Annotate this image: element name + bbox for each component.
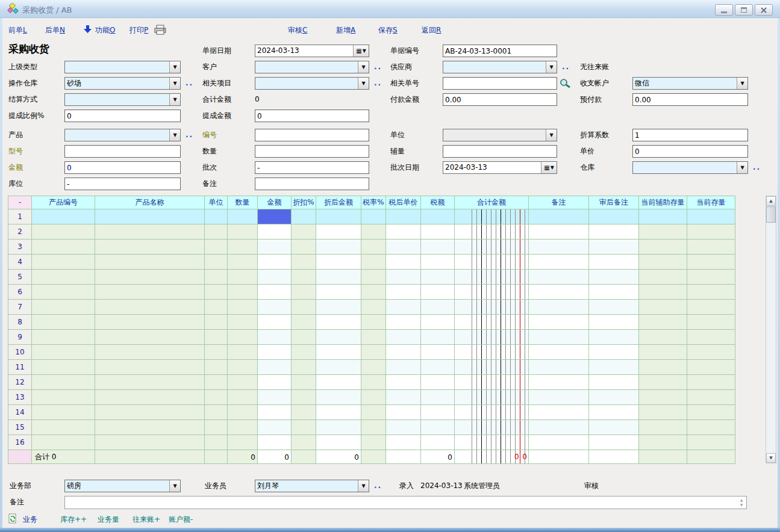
table-cell[interactable] <box>455 315 529 330</box>
table-cell[interactable] <box>32 420 95 435</box>
column-header-7[interactable]: 折后金额 <box>316 196 361 209</box>
table-cell[interactable] <box>639 315 687 330</box>
spinner-icon[interactable]: ▲▼ <box>738 498 745 507</box>
table-cell[interactable] <box>455 375 529 390</box>
table-cell[interactable] <box>228 255 258 270</box>
table-cell[interactable] <box>95 255 205 270</box>
doc-date-picker[interactable]: 2024-03-13 ▦▼ <box>255 45 369 57</box>
table-cell[interactable] <box>32 345 95 360</box>
row-number[interactable]: 10 <box>8 345 32 360</box>
table-cell[interactable] <box>361 405 386 420</box>
row-number[interactable]: 14 <box>8 405 32 420</box>
table-cell[interactable] <box>292 224 316 240</box>
table-cell[interactable] <box>589 405 639 420</box>
supplier-select[interactable]: ▼ <box>443 61 557 73</box>
chevron-down-icon[interactable]: ▼ <box>169 94 180 105</box>
op-warehouse-more-link[interactable]: .. <box>186 78 193 90</box>
table-cell[interactable] <box>258 435 292 450</box>
table-cell[interactable] <box>529 405 589 420</box>
qty-input[interactable] <box>255 145 369 158</box>
table-cell[interactable] <box>258 330 292 345</box>
table-cell[interactable] <box>316 255 361 270</box>
price-input[interactable] <box>632 145 748 158</box>
table-cell[interactable] <box>258 375 292 390</box>
chevron-down-icon[interactable]: ▼ <box>169 480 180 492</box>
table-cell[interactable] <box>205 390 228 405</box>
prepay-input[interactable] <box>632 93 748 106</box>
audit-button[interactable]: 审核C <box>288 25 307 36</box>
column-header-5[interactable]: 金额 <box>258 196 292 209</box>
table-cell[interactable] <box>95 270 205 285</box>
table-cell[interactable] <box>529 375 589 390</box>
factor-input[interactable] <box>632 129 748 141</box>
clerk-more-link[interactable]: .. <box>374 480 382 492</box>
new-button[interactable]: 新增A <box>336 25 355 36</box>
table-cell[interactable] <box>32 390 95 405</box>
table-cell[interactable] <box>386 300 421 315</box>
table-cell[interactable] <box>687 255 735 270</box>
table-cell[interactable] <box>32 315 95 330</box>
batch-input[interactable] <box>255 161 369 174</box>
scrollbar-thumb[interactable] <box>766 206 776 223</box>
table-cell[interactable] <box>316 209 361 224</box>
pay-account-select[interactable]: 微信 ▼ <box>632 77 748 90</box>
table-cell[interactable] <box>292 435 316 450</box>
chevron-down-icon[interactable]: ▼ <box>169 61 180 73</box>
table-cell[interactable] <box>205 300 228 315</box>
table-cell[interactable] <box>421 345 455 360</box>
related-doc-input[interactable] <box>443 77 557 90</box>
table-cell[interactable] <box>529 330 589 345</box>
close-button[interactable] <box>755 4 773 16</box>
table-cell[interactable] <box>529 240 589 255</box>
table-cell[interactable] <box>687 420 735 435</box>
table-cell[interactable] <box>32 255 95 270</box>
table-cell[interactable] <box>292 315 316 330</box>
table-cell[interactable] <box>228 224 258 240</box>
row-number[interactable]: 5 <box>8 270 32 285</box>
table-cell[interactable] <box>292 360 316 375</box>
table-cell[interactable] <box>455 270 529 285</box>
column-header-4[interactable]: 数量 <box>228 196 258 209</box>
table-cell[interactable] <box>589 240 639 255</box>
table-cell[interactable] <box>258 420 292 435</box>
column-header-10[interactable]: 税额 <box>421 196 455 209</box>
table-cell[interactable] <box>386 375 421 390</box>
table-cell[interactable] <box>95 390 205 405</box>
row-number[interactable]: 2 <box>8 224 32 240</box>
aux-qty-input[interactable] <box>443 145 557 158</box>
table-cell[interactable] <box>258 300 292 315</box>
table-cell[interactable] <box>589 224 639 240</box>
table-cell[interactable] <box>228 420 258 435</box>
search-icon[interactable] <box>560 78 571 88</box>
table-cell[interactable] <box>32 405 95 420</box>
table-cell[interactable] <box>205 360 228 375</box>
table-cell[interactable] <box>386 390 421 405</box>
table-cell[interactable] <box>205 224 228 240</box>
table-cell[interactable] <box>95 420 205 435</box>
chevron-down-icon[interactable]: ▼ <box>546 61 557 73</box>
table-cell[interactable] <box>292 330 316 345</box>
footer-link-inventory[interactable]: 库存++ <box>60 515 87 525</box>
column-header-11[interactable]: 合计金额 <box>455 196 529 209</box>
table-cell[interactable] <box>421 300 455 315</box>
table-cell[interactable] <box>228 435 258 450</box>
product-select[interactable]: ▼ <box>64 129 181 141</box>
row-number[interactable]: 8 <box>8 315 32 330</box>
table-cell[interactable] <box>292 285 316 300</box>
column-header-1[interactable]: 产品编号 <box>32 196 95 209</box>
table-cell[interactable] <box>639 285 687 300</box>
footer-link-volume[interactable]: 业务量 <box>98 515 119 525</box>
table-cell[interactable] <box>361 255 386 270</box>
table-cell[interactable] <box>687 224 735 240</box>
table-cell[interactable] <box>292 255 316 270</box>
table-cell[interactable] <box>421 285 455 300</box>
table-cell[interactable] <box>529 315 589 330</box>
table-scrollbar[interactable]: ▲ ▼ <box>766 196 776 463</box>
table-cell[interactable] <box>529 345 589 360</box>
row-number[interactable]: 3 <box>8 240 32 255</box>
table-cell[interactable] <box>589 285 639 300</box>
table-cell[interactable] <box>316 330 361 345</box>
commission-input[interactable] <box>255 110 369 122</box>
table-cell[interactable] <box>205 345 228 360</box>
table-cell[interactable] <box>95 375 205 390</box>
